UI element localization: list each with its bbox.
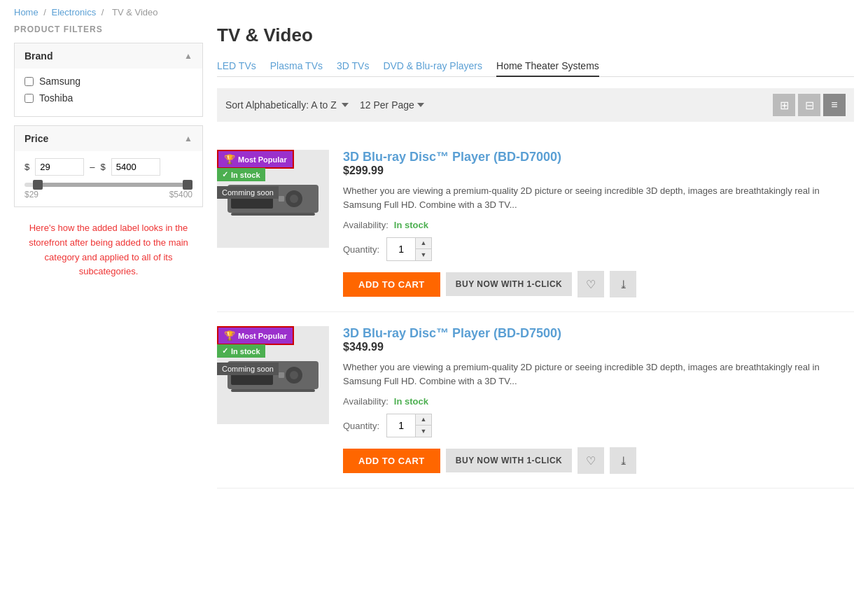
compare-icon: ⤓ [619, 278, 628, 291]
product-image-wrap: 🏆 Most Popular ✓ In stock Comming soon [217, 326, 329, 424]
badge-in-stock-text: In stock [231, 347, 260, 356]
buy-now-button[interactable]: BUY NOW WITH 1-CLICK [446, 272, 572, 296]
product-description: Whether you are viewing a premium-qualit… [343, 360, 854, 388]
breadcrumb-current: TV & Video [112, 7, 158, 17]
compare-button[interactable]: ⤓ [610, 271, 636, 297]
tab-dvd-bluray[interactable]: DVD & Blu-ray Players [383, 56, 482, 77]
brand-toshiba-label: Toshiba [39, 92, 73, 104]
badge-coming-soon-text: Comming soon [222, 188, 274, 197]
badge-most-popular: 🏆 Most Popular [217, 150, 294, 169]
price-range-handle-left[interactable] [33, 180, 43, 190]
badge-in-stock: ✓ In stock [217, 344, 265, 358]
wishlist-button[interactable]: ♡ [578, 447, 604, 474]
quantity-down-button[interactable]: ▼ [416, 249, 431, 260]
badge-most-popular-text: Most Popular [238, 155, 287, 164]
buy-now-button[interactable]: BUY NOW WITH 1-CLICK [446, 449, 572, 472]
brand-filter-label: Brand [24, 50, 52, 62]
price-max-label: $5400 [169, 190, 192, 199]
award-icon: 🏆 [224, 154, 235, 164]
product-quantity: Quantity: ▲ ▼ [343, 237, 854, 261]
sort-select[interactable]: Sort Alphabetically: A to Z Sort Alphabe… [225, 99, 350, 111]
add-to-cart-button[interactable]: ADD TO CART [343, 272, 440, 297]
heart-icon: ♡ [586, 454, 596, 468]
price-min-input[interactable] [35, 158, 84, 176]
price-labels: $29 $5400 [24, 190, 192, 199]
product-name[interactable]: 3D Blu-ray Disc™ Player (BD-D7500) [343, 326, 561, 340]
wishlist-button[interactable]: ♡ [578, 271, 604, 297]
price-min-label: $29 [24, 190, 38, 199]
product-quantity: Quantity: ▲ ▼ [343, 414, 854, 437]
quantity-input[interactable] [387, 238, 415, 260]
compare-button[interactable]: ⤓ [610, 447, 636, 474]
quantity-label: Quantity: [343, 421, 379, 431]
product-actions: ADD TO CART BUY NOW WITH 1-CLICK ♡ ⤓ [343, 271, 854, 297]
brand-filter-samsung[interactable]: Samsung [24, 76, 192, 87]
award-icon: 🏆 [224, 330, 235, 341]
detail-view-button[interactable]: ≡ [823, 94, 846, 116]
product-actions: ADD TO CART BUY NOW WITH 1-CLICK ♡ ⤓ [343, 447, 854, 474]
product-availability: Availability: In stock [343, 220, 854, 230]
quantity-arrows: ▲ ▼ [415, 414, 431, 437]
price-filter-chevron-icon: ▲ [184, 134, 192, 143]
product-list: 🏆 Most Popular ✓ In stock Comming soon [217, 136, 854, 489]
brand-filter-chevron-icon: ▲ [184, 51, 192, 61]
grid-view-button[interactable]: ⊞ [773, 94, 795, 116]
tab-3d-tvs[interactable]: 3D TVs [337, 56, 369, 77]
price-range-fill [33, 183, 184, 187]
quantity-input-wrap: ▲ ▼ [386, 414, 432, 437]
svg-point-9 [290, 371, 298, 379]
add-to-cart-button[interactable]: ADD TO CART [343, 449, 440, 473]
price-max-input[interactable] [111, 158, 160, 176]
per-page-select[interactable]: 12 Per Page 24 Per Page 48 Per Page [360, 99, 426, 111]
product-price: $349.99 [343, 341, 854, 353]
availability-value: In stock [394, 220, 428, 230]
product-image-wrap: 🏆 Most Popular ✓ In stock Comming soon [217, 150, 329, 248]
svg-rect-10 [279, 372, 284, 378]
svg-rect-11 [231, 389, 315, 392]
tab-led-tvs[interactable]: LED TVs [217, 56, 256, 77]
badge-in-stock: ✓ In stock [217, 168, 265, 181]
check-icon: ✓ [222, 170, 228, 179]
price-min-currency: $ [24, 162, 29, 172]
quantity-up-button[interactable]: ▲ [416, 414, 431, 426]
brand-samsung-label: Samsung [39, 76, 80, 87]
list-icon: ⊟ [805, 99, 814, 112]
brand-samsung-checkbox[interactable] [24, 77, 34, 86]
tab-plasma-tvs[interactable]: Plasma TVs [270, 56, 323, 77]
availability-label: Availability: [343, 220, 388, 230]
quantity-input-wrap: ▲ ▼ [386, 237, 432, 261]
quantity-up-button[interactable]: ▲ [416, 238, 431, 249]
page-title: TV & Video [217, 24, 854, 46]
tab-home-theater[interactable]: Home Theater Systems [496, 56, 599, 77]
main-content: TV & Video LED TVs Plasma TVs 3D TVs DVD… [217, 24, 854, 489]
product-description: Whether you are viewing a premium-qualit… [343, 184, 854, 211]
breadcrumb-home[interactable]: Home [14, 7, 38, 17]
price-max-currency: $ [100, 162, 105, 172]
brand-filter-toshiba[interactable]: Toshiba [24, 92, 192, 104]
product-price: $299.99 [343, 164, 854, 177]
sidebar-title: PRODUCT FILTERS [14, 24, 203, 34]
breadcrumb-electronics[interactable]: Electronics [52, 7, 97, 17]
brand-filter-section: Brand ▲ Samsung Toshiba [14, 43, 203, 117]
quantity-input[interactable] [387, 414, 415, 437]
product-name[interactable]: 3D Blu-ray Disc™ Player (BD-D7000) [343, 150, 561, 164]
price-inputs: $ – $ [24, 158, 192, 176]
price-range-handle-right[interactable] [183, 180, 192, 190]
quantity-arrows: ▲ ▼ [415, 238, 431, 260]
brand-toshiba-checkbox[interactable] [24, 94, 34, 103]
price-range-bar[interactable] [24, 183, 192, 187]
brand-filter-header[interactable]: Brand ▲ [15, 43, 202, 69]
badge-coming-soon: Comming soon [217, 363, 279, 375]
sort-select-wrap: Sort Alphabetically: A to Z Sort Alphabe… [225, 99, 350, 111]
sidebar-note: Here's how the added label looks in the … [14, 221, 203, 279]
quantity-down-button[interactable]: ▼ [416, 426, 431, 437]
heart-icon: ♡ [586, 278, 596, 291]
badge-in-stock-text: In stock [231, 171, 260, 179]
product-info: 3D Blu-ray Disc™ Player (BD-D7500) $349.… [343, 326, 854, 474]
breadcrumb: Home / Electronics / TV & Video [0, 0, 868, 24]
svg-point-3 [290, 195, 298, 203]
toolbar: Sort Alphabetically: A to Z Sort Alphabe… [217, 88, 854, 122]
grid-icon: ⊞ [780, 99, 789, 112]
list-view-button[interactable]: ⊟ [798, 94, 820, 116]
price-filter-header[interactable]: Price ▲ [15, 126, 202, 151]
